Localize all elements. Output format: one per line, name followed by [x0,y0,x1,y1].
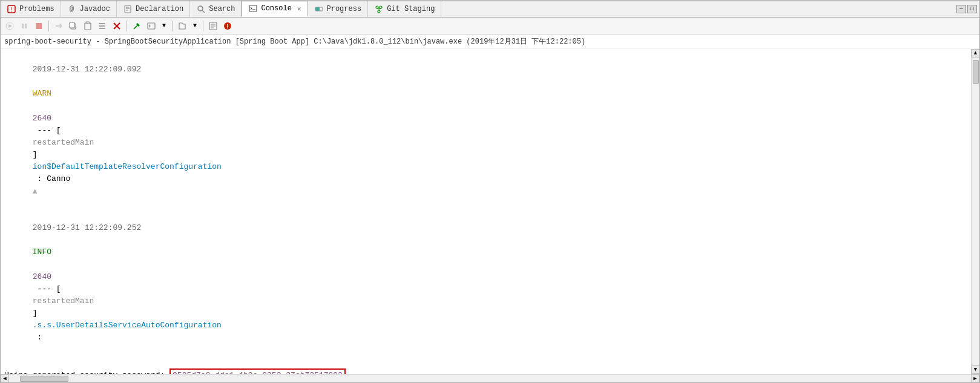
h-scroll-thumb[interactable] [20,376,68,382]
toolbar-sep1 [48,21,49,31]
svg-rect-28 [70,22,74,28]
window-controls: ─ □ [956,1,979,17]
app-title: spring-boot-security - SpringBootSecurit… [1,34,979,49]
tab-problems-label: Problems [19,5,54,13]
tab-progress[interactable]: Progress [308,1,369,17]
tab-problems[interactable]: ! Problems [1,1,61,17]
problems-icon: ! [7,4,16,14]
toolbar-alert-btn[interactable]: ! [221,19,234,33]
scroll-right-arrow[interactable]: ▶ [971,375,979,383]
svg-point-13 [380,6,382,8]
toolbar-open-file-btn[interactable] [176,19,189,33]
toolbar-dropdown1-btn[interactable]: ▼ [159,19,169,33]
declaration-icon [123,4,133,14]
tab-search-label: Search [209,5,235,13]
svg-marker-20 [8,24,12,28]
toolbar-clear-btn[interactable] [110,19,123,33]
tab-javadoc-label: Javadoc [80,5,110,13]
search-icon [196,4,206,14]
toolbar-paste-btn[interactable] [81,19,94,33]
maximize-button[interactable]: □ [967,5,977,13]
svg-point-14 [378,10,380,13]
svg-rect-21 [22,24,24,28]
console-line-1: 2019-12-31 12:22:09.092 WARN 2640 --- [ … [4,51,967,210]
toolbar-sep3 [172,21,173,31]
svg-text:!: ! [10,7,13,13]
svg-rect-8 [249,5,257,11]
tab-declaration[interactable]: Declaration [117,1,190,17]
svg-point-12 [376,6,378,8]
svg-line-7 [202,10,205,13]
console-password-line: Using generated security password: 0585d… [4,368,967,374]
toolbar-scroll-lock-btn[interactable] [96,19,109,33]
svg-rect-29 [85,23,91,30]
toolbar-copy-btn[interactable] [67,19,80,33]
svg-line-38 [134,27,136,29]
toolbar-disconnect-btn[interactable] [52,19,65,33]
horizontal-scrollbar[interactable]: ◀ ▶ [1,374,979,382]
tab-git-staging[interactable]: Git Staging [368,1,441,17]
git-staging-icon [374,4,384,14]
console-line-empty1 [4,356,967,368]
toolbar-suspend-btn[interactable] [18,19,31,33]
tab-git-staging-label: Git Staging [387,5,435,13]
toolbar-select-console-btn[interactable] [145,19,158,33]
toolbar-run-btn[interactable] [3,19,16,33]
v-scroll-track[interactable] [972,57,979,365]
tab-console-label: Console [261,4,291,13]
tab-console-close[interactable]: ✕ [297,5,301,13]
toolbar-properties-btn[interactable] [206,19,220,33]
svg-rect-22 [25,24,27,28]
v-scroll-thumb[interactable] [973,60,979,84]
javadoc-icon: @ [67,4,77,14]
console-line-2: 2019-12-31 12:22:09.252 INFO 2640 --- [ … [4,210,967,356]
toolbar-dropdown2-btn[interactable]: ▼ [190,19,200,33]
toolbar-pin-btn[interactable] [130,19,143,33]
svg-rect-23 [36,23,42,29]
progress-icon [314,4,324,14]
console-icon [248,4,258,13]
svg-rect-39 [148,23,155,29]
tab-progress-label: Progress [327,5,362,13]
minimize-button[interactable]: ─ [956,5,966,13]
tab-declaration-label: Declaration [136,5,183,13]
svg-rect-11 [315,7,320,11]
tab-search[interactable]: Search [190,1,242,17]
toolbar-sep2 [127,21,127,31]
console-output[interactable]: 2019-12-31 12:22:09.092 WARN 2640 --- [ … [1,49,979,374]
svg-rect-30 [86,22,90,24]
h-scroll-track[interactable] [18,376,962,382]
console-body: 2019-12-31 12:22:09.092 WARN 2640 --- [ … [1,49,979,374]
toolbar-stop-btn[interactable] [32,19,45,33]
vertical-scrollbar[interactable]: ▲ ▼ [971,49,979,374]
password-value: 0585d7e0-dde1-4b9e-8352-27eb72517803 [169,368,346,374]
svg-point-6 [198,6,203,11]
tab-javadoc[interactable]: @ Javadoc [61,1,117,17]
scroll-down-arrow[interactable]: ▼ [972,365,980,374]
toolbar: ▼ ▼ ! [1,18,979,34]
tab-console[interactable]: Console ✕ [242,1,307,17]
tab-bar: ! Problems @ Javadoc Declaration Search … [1,1,979,18]
scroll-up-arrow[interactable]: ▲ [972,49,980,57]
toolbar-sep4 [203,21,203,31]
scroll-left-arrow[interactable]: ◀ [1,375,9,383]
svg-text:!: ! [226,23,230,30]
